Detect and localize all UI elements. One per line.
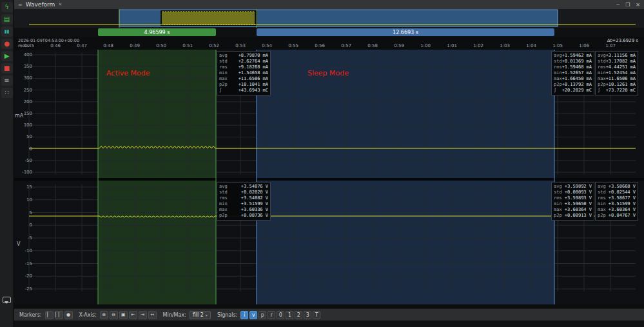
close-icon[interactable]: ✕	[636, 2, 640, 8]
y-axis-tick-label: 5	[15, 210, 32, 215]
time-tick-label: 1:02	[469, 43, 487, 48]
markers-label: Markers:	[19, 312, 42, 318]
stat-row: std+0.02020 V	[219, 190, 268, 195]
annotation-active-mode[interactable]: Active Mode	[106, 69, 150, 77]
time-tick-label: 1:00	[416, 43, 434, 48]
time-tick-label: 0:56	[311, 43, 329, 48]
signal-button-p[interactable]: p	[259, 311, 266, 319]
tab-close-icon[interactable]: ✕	[58, 2, 62, 7]
stat-row: avg+3.54076 V	[219, 184, 268, 190]
voltage-stats-dual-markers: avg+3.54076 Vstd+0.02020 Vrms+3.54082 Vm…	[217, 182, 271, 221]
zoom-all-icon[interactable]: ↔	[148, 311, 157, 319]
stat-row: max+3.60336 V	[219, 207, 268, 213]
widgets-icon[interactable]: ∷	[1, 88, 13, 98]
signal-button-1[interactable]: 1	[286, 311, 293, 319]
comment-icon[interactable]	[3, 297, 11, 303]
y-axis-tick-label: 200	[15, 99, 32, 104]
y-axis-tick-label: -20	[15, 273, 32, 279]
signal-button-i[interactable]: i	[240, 311, 248, 319]
signal-button-2[interactable]: 2	[295, 311, 302, 319]
y-axis-tick-label: 400	[15, 52, 32, 57]
pause-icon[interactable]: ▮▮	[1, 26, 13, 37]
stat-row: min+3.51599 V	[598, 201, 636, 207]
app-window: ϟ▤▮▮●▶■≡∷ ≡ Waveform ✕ ─ ❐ ✕ 4.96599 s 1…	[0, 0, 644, 327]
y-axis-tick-label: -100	[15, 170, 32, 175]
zoom-window-icon[interactable]: ▣	[119, 311, 128, 319]
current-axis-unit: mA	[15, 113, 23, 119]
current-stats-dual-markers: avg+8.79870 mAstd+2.62764 mArms+9.18268 …	[217, 51, 271, 95]
stat-row: avg+1.59462 mA	[554, 53, 592, 59]
zoom-in-icon[interactable]: ⊕	[100, 311, 108, 319]
y-axis-tick-label: -50	[15, 158, 32, 163]
stat-row: p2p+0.08736 V	[219, 213, 268, 219]
maximize-icon[interactable]: ❐	[625, 2, 630, 8]
stat-row: ∫+73.7220 mC	[598, 88, 636, 94]
power-icon[interactable]: ϟ	[1, 2, 13, 12]
signals-label: Signals:	[217, 312, 237, 318]
signal-button-r[interactable]: r	[268, 311, 275, 319]
stat-row: ∫+20.2029 mC	[554, 88, 592, 94]
stat-row: max+3.60364 V	[554, 207, 592, 213]
stat-row: std+3.17082 mA	[598, 59, 636, 64]
signal-button-3[interactable]: 3	[304, 311, 311, 319]
open-file-icon[interactable]: ▤	[1, 14, 13, 25]
signal-button-T[interactable]: T	[313, 311, 320, 319]
overview-waveform[interactable]	[14, 9, 644, 28]
y-axis-tick-label: 15	[15, 184, 32, 190]
plot-area[interactable]: 400350300250200150100500-50-100151050-5-…	[14, 50, 644, 304]
stat-row: std+0.00093 V	[554, 190, 592, 195]
signal-button-v[interactable]: v	[249, 311, 257, 319]
dual-marker-sleep-duration[interactable]: 12.6693 s	[257, 28, 554, 36]
minmax-select[interactable]: fill 2 ▾	[190, 311, 211, 319]
device-icon[interactable]: ≡	[1, 75, 13, 86]
time-tick-label: 0:50	[152, 43, 170, 48]
stat-row: max+11.6506 mA	[598, 76, 636, 82]
sidebar: ϟ▤▮▮●▶■≡∷	[0, 0, 14, 327]
y-axis-tick-label: 100	[15, 123, 32, 128]
stat-row: min+1.54658 mA	[219, 70, 268, 76]
record-icon[interactable]: ●	[1, 39, 13, 49]
time-axis[interactable]: 2026-01-09T04:53:00+00:00 mess 0:450:460…	[14, 37, 644, 50]
status-strip	[14, 321, 644, 327]
time-tick-label: 0:45	[20, 43, 38, 48]
titlebar: ≡ Waveform ✕ ─ ❐ ✕	[14, 0, 644, 9]
stat-row: rms+3.58677 V	[598, 195, 636, 201]
zoom-out-icon[interactable]: ⊖	[110, 311, 118, 319]
time-tick-label: 0:52	[205, 43, 223, 48]
y-axis-tick-label: -10	[15, 248, 32, 253]
voltage-stats-total: avg+3.58668 Vstd+0.02544 Vrms+3.58677 Vm…	[595, 182, 638, 221]
time-tick-label: 0:46	[46, 43, 64, 48]
marker-single-icon[interactable]: ▏	[45, 311, 54, 319]
stat-row: std+0.01369 mA	[554, 59, 592, 64]
stat-row: rms+3.54082 V	[219, 195, 268, 201]
waveform-widget: ≡ Waveform ✕ ─ ❐ ✕ 4.96599 s 12.6693 s 2…	[14, 0, 644, 327]
time-tick-label: 1:05	[549, 43, 567, 48]
stat-row: min+3.51599 V	[219, 201, 268, 207]
marker-dual-icon[interactable]: ▏▏	[55, 311, 63, 319]
stat-row: max+3.60364 V	[598, 207, 636, 213]
window-controls: ─ ❐ ✕	[616, 2, 640, 8]
y-axis-tick-label: 250	[15, 88, 32, 93]
time-tick-label: 0:53	[231, 43, 249, 48]
stat-row: p2p+10.1261 mA	[598, 82, 636, 88]
overview-strip[interactable]	[14, 9, 644, 28]
pan-right-icon[interactable]: ⇥	[139, 311, 147, 319]
widget-menu-icon[interactable]: ≡	[18, 2, 23, 8]
minimize-icon[interactable]: ─	[616, 2, 620, 8]
current-stats-total: avg+3.11156 mAstd+3.17082 mArms+4.44251 …	[595, 51, 638, 95]
y-axis-tick-label: 50	[15, 134, 32, 139]
play-icon[interactable]: ▶	[1, 51, 13, 61]
waveform-canvas[interactable]	[14, 50, 644, 304]
time-tick-label: 0:57	[337, 43, 355, 48]
stat-row: ∫+43.6943 mC	[219, 88, 268, 94]
dual-marker-active-duration[interactable]: 4.96599 s	[98, 28, 216, 36]
y-axis-tick-label: -15	[15, 261, 32, 266]
stop-icon[interactable]: ■	[1, 63, 13, 74]
stat-row: std+2.62764 mA	[219, 59, 268, 64]
stat-row: rms+9.18268 mA	[219, 64, 268, 70]
marker-clear-icon[interactable]: ●	[64, 311, 73, 319]
y-axis-tick-label: 10	[15, 197, 32, 203]
annotation-sleep-mode[interactable]: Sleep Mode	[307, 69, 349, 77]
pan-left-icon[interactable]: ⇤	[129, 311, 137, 319]
signal-button-0[interactable]: 0	[277, 311, 284, 319]
